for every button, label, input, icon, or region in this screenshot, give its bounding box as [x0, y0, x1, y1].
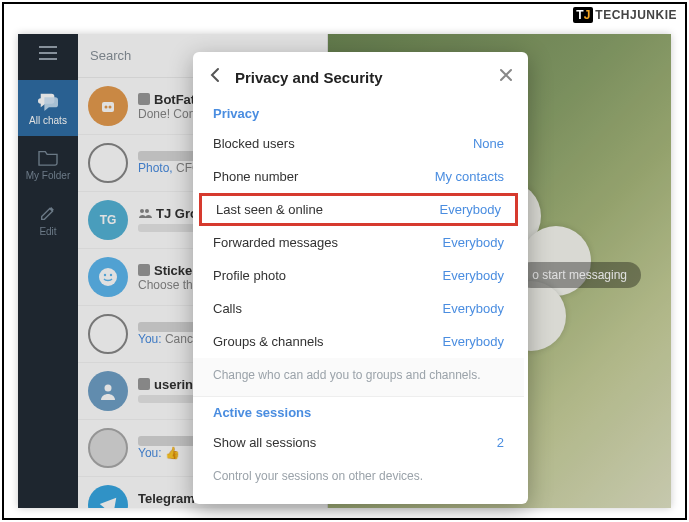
- dialog-title: Privacy and Security: [235, 69, 488, 86]
- back-button[interactable]: [207, 66, 225, 88]
- row-value: My contacts: [435, 169, 504, 184]
- privacy-section-title: Privacy: [193, 98, 524, 127]
- row-last-seen-online[interactable]: Last seen & online Everybody: [199, 193, 518, 226]
- row-blocked-users[interactable]: Blocked users None: [193, 127, 524, 160]
- row-forwarded-messages[interactable]: Forwarded messages Everybody: [193, 226, 524, 259]
- row-label: Show all sessions: [213, 435, 316, 450]
- row-label: Groups & channels: [213, 334, 324, 349]
- close-icon: [498, 67, 514, 83]
- row-label: Calls: [213, 301, 242, 316]
- row-value: Everybody: [443, 268, 504, 283]
- row-value: Everybody: [443, 235, 504, 250]
- privacy-security-dialog: Privacy and Security Privacy Blocked use…: [193, 52, 528, 504]
- row-label: Last seen & online: [216, 202, 323, 217]
- row-show-all-sessions[interactable]: Show all sessions 2: [193, 426, 524, 459]
- active-sessions-title: Active sessions: [193, 397, 524, 426]
- row-value: Everybody: [443, 334, 504, 349]
- row-value: 2: [497, 435, 504, 450]
- row-label: Profile photo: [213, 268, 286, 283]
- groups-hint: Change who can add you to groups and cha…: [193, 358, 524, 397]
- row-value: Everybody: [440, 202, 501, 217]
- row-calls[interactable]: Calls Everybody: [193, 292, 524, 325]
- sessions-hint: Control your sessions on other devices.: [193, 459, 524, 497]
- telegram-app: All chats My Folder Edit Search: [18, 34, 671, 508]
- row-groups-channels[interactable]: Groups & channels Everybody: [193, 325, 524, 358]
- dialog-body[interactable]: Privacy Blocked users None Phone number …: [193, 98, 528, 504]
- watermark: TJTECHJUNKIE: [573, 8, 677, 22]
- close-button[interactable]: [498, 67, 514, 87]
- row-phone-number[interactable]: Phone number My contacts: [193, 160, 524, 193]
- row-label: Blocked users: [213, 136, 295, 151]
- row-label: Phone number: [213, 169, 298, 184]
- row-profile-photo[interactable]: Profile photo Everybody: [193, 259, 524, 292]
- row-label: Forwarded messages: [213, 235, 338, 250]
- row-value: Everybody: [443, 301, 504, 316]
- row-value: None: [473, 136, 504, 151]
- arrow-left-icon: [207, 66, 225, 84]
